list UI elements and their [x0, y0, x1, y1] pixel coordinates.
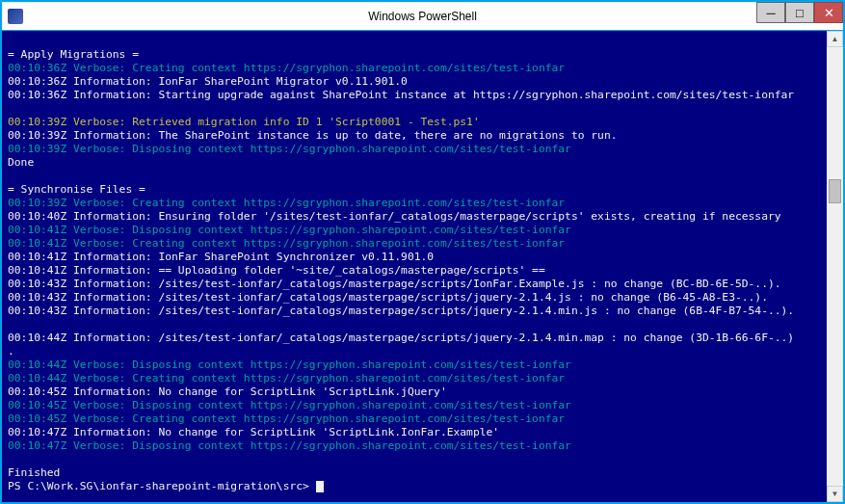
terminal-line: 00:10:36Z Verbose: Creating context http… — [8, 62, 821, 75]
terminal-line: 00:10:39Z Information: The SharePoint in… — [8, 129, 821, 143]
powershell-window: Windows PowerShell ─ □ ✕ = Apply Migrati… — [0, 0, 845, 504]
terminal-line: 00:10:44Z Verbose: Disposing context htt… — [8, 358, 821, 372]
terminal-line: 00:10:45Z Information: No change for Scr… — [8, 385, 821, 399]
terminal-line: 00:10:39Z Verbose: Disposing context htt… — [8, 143, 821, 156]
terminal-line: 00:10:39Z Verbose: Creating context http… — [8, 197, 821, 210]
terminal-line: 00:10:36Z Information: IonFar SharePoint… — [8, 75, 821, 89]
terminal-container: = Apply Migrations =00:10:36Z Verbose: C… — [2, 31, 843, 502]
window-buttons: ─ □ ✕ — [756, 2, 843, 23]
terminal-line: 00:10:40Z Information: Ensuring folder '… — [8, 210, 821, 224]
terminal-line — [8, 102, 821, 116]
terminal-line: Finished — [8, 466, 821, 480]
terminal-line: . — [8, 345, 821, 358]
terminal-line: 00:10:45Z Verbose: Creating context http… — [8, 412, 821, 426]
maximize-button[interactable]: □ — [785, 2, 814, 23]
terminal-line — [8, 35, 821, 48]
prompt-line[interactable]: PS C:\Work.SG\ionfar-sharepoint-migratio… — [8, 480, 821, 493]
terminal-line: 00:10:41Z Verbose: Creating context http… — [8, 237, 821, 251]
titlebar[interactable]: Windows PowerShell ─ □ ✕ — [2, 2, 843, 31]
minimize-button[interactable]: ─ — [756, 2, 785, 23]
terminal-line: 00:10:47Z Verbose: Disposing context htt… — [8, 439, 821, 453]
app-icon — [8, 9, 23, 24]
terminal-line: 00:10:41Z Information: == Uploading fold… — [8, 264, 821, 278]
terminal-line: 00:10:44Z Information: /sites/test-ionfa… — [8, 332, 821, 345]
scroll-track[interactable] — [827, 47, 843, 486]
terminal-line: 00:10:43Z Information: /sites/test-ionfa… — [8, 305, 821, 318]
terminal-line: 00:10:39Z Verbose: Retrieved migration i… — [8, 116, 821, 129]
terminal-line: = Synchronise Files = — [8, 183, 821, 197]
terminal-line — [8, 453, 821, 466]
terminal-line: 00:10:36Z Information: Starting upgrade … — [8, 89, 821, 102]
scroll-down-button[interactable]: ▼ — [827, 486, 843, 502]
scrollbar[interactable]: ▲ ▼ — [827, 31, 843, 502]
terminal-line: 00:10:41Z Verbose: Disposing context htt… — [8, 224, 821, 237]
scroll-up-button[interactable]: ▲ — [827, 31, 843, 47]
cursor-icon — [316, 481, 324, 492]
terminal-line: 00:10:43Z Information: /sites/test-ionfa… — [8, 291, 821, 305]
terminal-line: 00:10:43Z Information: /sites/test-ionfa… — [8, 278, 821, 291]
prompt-text: PS C:\Work.SG\ionfar-sharepoint-migratio… — [8, 480, 316, 492]
terminal-line: 00:10:47Z Information: No change for Scr… — [8, 426, 821, 439]
close-button[interactable]: ✕ — [814, 2, 843, 23]
terminal-line: 00:10:41Z Information: IonFar SharePoint… — [8, 251, 821, 264]
terminal-line — [8, 170, 821, 183]
terminal-line — [8, 318, 821, 332]
terminal-line: 00:10:44Z Verbose: Creating context http… — [8, 372, 821, 385]
terminal-line: = Apply Migrations = — [8, 48, 821, 62]
window-title: Windows PowerShell — [368, 10, 477, 23]
terminal-line: 00:10:45Z Verbose: Disposing context htt… — [8, 399, 821, 412]
terminal-output[interactable]: = Apply Migrations =00:10:36Z Verbose: C… — [2, 31, 827, 502]
scroll-thumb[interactable] — [829, 179, 841, 203]
terminal-line: Done — [8, 156, 821, 170]
